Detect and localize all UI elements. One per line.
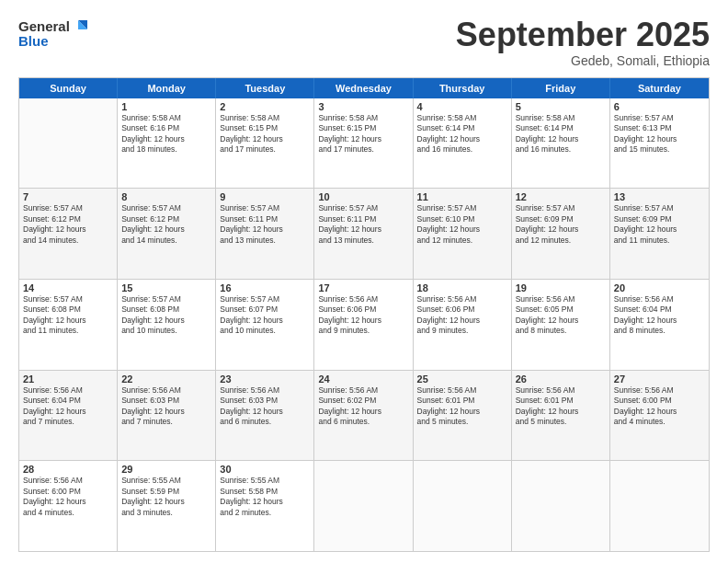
- calendar: SundayMondayTuesdayWednesdayThursdayFrid…: [18, 77, 710, 552]
- cell-day-number: 2: [220, 101, 310, 112]
- cell-day-number: 22: [121, 373, 211, 385]
- calendar-cell-w2d0: 14Sunrise: 5:57 AM Sunset: 6:08 PM Dayli…: [19, 280, 118, 370]
- cell-day-number: 16: [220, 282, 310, 293]
- calendar-cell-w2d4: 18Sunrise: 5:56 AM Sunset: 6:06 PM Dayli…: [414, 280, 512, 370]
- calendar-row-4: 28Sunrise: 5:56 AM Sunset: 6:00 PM Dayli…: [19, 460, 709, 551]
- month-title: September 2025: [456, 17, 710, 53]
- cell-day-number: 9: [220, 191, 310, 202]
- calendar-cell-w1d0: 7Sunrise: 5:57 AM Sunset: 6:12 PM Daylig…: [19, 189, 118, 279]
- cell-info: Sunrise: 5:55 AM Sunset: 5:58 PM Dayligh…: [220, 476, 310, 518]
- cell-day-number: 1: [121, 101, 211, 112]
- calendar-cell-w4d6: [610, 461, 709, 551]
- cell-info: Sunrise: 5:58 AM Sunset: 6:15 PM Dayligh…: [318, 113, 408, 155]
- calendar-cell-w3d1: 22Sunrise: 5:56 AM Sunset: 6:03 PM Dayli…: [118, 371, 216, 461]
- calendar-header: SundayMondayTuesdayWednesdayThursdayFrid…: [19, 78, 709, 98]
- calendar-cell-w2d5: 19Sunrise: 5:56 AM Sunset: 6:05 PM Dayli…: [512, 280, 610, 370]
- calendar-cell-w3d0: 21Sunrise: 5:56 AM Sunset: 6:04 PM Dayli…: [19, 371, 118, 461]
- header-day-thursday: Thursday: [414, 78, 512, 98]
- calendar-cell-w1d1: 8Sunrise: 5:57 AM Sunset: 6:12 PM Daylig…: [118, 189, 216, 279]
- calendar-cell-w3d2: 23Sunrise: 5:56 AM Sunset: 6:03 PM Dayli…: [216, 371, 314, 461]
- cell-info: Sunrise: 5:56 AM Sunset: 6:02 PM Dayligh…: [318, 385, 408, 428]
- calendar-cell-w0d2: 2Sunrise: 5:58 AM Sunset: 6:15 PM Daylig…: [216, 98, 314, 189]
- calendar-cell-w1d4: 11Sunrise: 5:57 AM Sunset: 6:10 PM Dayli…: [414, 189, 512, 279]
- cell-day-number: 25: [417, 373, 507, 385]
- calendar-cell-w4d5: [512, 461, 610, 551]
- cell-day-number: 23: [220, 373, 310, 385]
- calendar-cell-w3d6: 27Sunrise: 5:56 AM Sunset: 6:00 PM Dayli…: [610, 371, 709, 461]
- calendar-cell-w2d6: 20Sunrise: 5:56 AM Sunset: 6:04 PM Dayli…: [610, 280, 709, 370]
- cell-day-number: 3: [318, 101, 408, 112]
- calendar-cell-w0d6: 6Sunrise: 5:57 AM Sunset: 6:13 PM Daylig…: [610, 98, 709, 189]
- cell-info: Sunrise: 5:57 AM Sunset: 6:08 PM Dayligh…: [23, 294, 113, 337]
- cell-info: Sunrise: 5:56 AM Sunset: 6:03 PM Dayligh…: [121, 385, 211, 428]
- header-day-saturday: Saturday: [610, 78, 709, 98]
- header: General Blue September 2025 Gedeb, Somal…: [18, 17, 710, 68]
- cell-info: Sunrise: 5:56 AM Sunset: 6:04 PM Dayligh…: [614, 294, 705, 337]
- calendar-cell-w0d1: 1Sunrise: 5:58 AM Sunset: 6:16 PM Daylig…: [118, 98, 216, 189]
- calendar-cell-w4d0: 28Sunrise: 5:56 AM Sunset: 6:00 PM Dayli…: [19, 461, 118, 551]
- cell-info: Sunrise: 5:58 AM Sunset: 6:16 PM Dayligh…: [121, 113, 211, 155]
- cell-day-number: 10: [318, 191, 408, 202]
- cell-day-number: 29: [121, 464, 211, 475]
- calendar-cell-w0d3: 3Sunrise: 5:58 AM Sunset: 6:15 PM Daylig…: [314, 98, 413, 189]
- cell-info: Sunrise: 5:56 AM Sunset: 6:03 PM Dayligh…: [220, 385, 310, 428]
- cell-day-number: 7: [23, 191, 113, 202]
- cell-info: Sunrise: 5:58 AM Sunset: 6:14 PM Dayligh…: [417, 113, 507, 155]
- cell-day-number: 28: [23, 464, 113, 475]
- calendar-cell-w0d5: 5Sunrise: 5:58 AM Sunset: 6:14 PM Daylig…: [512, 98, 610, 189]
- cell-day-number: 30: [220, 464, 310, 475]
- calendar-cell-w2d2: 16Sunrise: 5:57 AM Sunset: 6:07 PM Dayli…: [216, 280, 314, 370]
- calendar-cell-w2d1: 15Sunrise: 5:57 AM Sunset: 6:08 PM Dayli…: [118, 280, 216, 370]
- cell-day-number: 20: [614, 282, 705, 293]
- logo-blue-text: Blue: [18, 33, 49, 50]
- cell-info: Sunrise: 5:57 AM Sunset: 6:07 PM Dayligh…: [220, 294, 310, 337]
- cell-info: Sunrise: 5:56 AM Sunset: 6:01 PM Dayligh…: [516, 385, 606, 428]
- cell-day-number: 5: [516, 101, 606, 112]
- calendar-cell-w3d3: 24Sunrise: 5:56 AM Sunset: 6:02 PM Dayli…: [314, 371, 413, 461]
- calendar-cell-w3d4: 25Sunrise: 5:56 AM Sunset: 6:01 PM Dayli…: [414, 371, 512, 461]
- calendar-cell-w1d3: 10Sunrise: 5:57 AM Sunset: 6:11 PM Dayli…: [314, 189, 413, 279]
- cell-info: Sunrise: 5:58 AM Sunset: 6:14 PM Dayligh…: [516, 113, 606, 155]
- cell-info: Sunrise: 5:57 AM Sunset: 6:09 PM Dayligh…: [516, 203, 606, 246]
- cell-info: Sunrise: 5:56 AM Sunset: 6:06 PM Dayligh…: [318, 294, 408, 337]
- header-day-wednesday: Wednesday: [314, 78, 413, 98]
- calendar-body: 1Sunrise: 5:58 AM Sunset: 6:16 PM Daylig…: [19, 98, 709, 551]
- calendar-cell-w4d4: [414, 461, 512, 551]
- cell-day-number: 4: [417, 101, 507, 112]
- cell-info: Sunrise: 5:56 AM Sunset: 6:06 PM Dayligh…: [417, 294, 507, 337]
- logo-icon: [71, 17, 91, 37]
- calendar-cell-w3d5: 26Sunrise: 5:56 AM Sunset: 6:01 PM Dayli…: [512, 371, 610, 461]
- page: General Blue September 2025 Gedeb, Somal…: [0, 0, 728, 563]
- calendar-cell-w1d6: 13Sunrise: 5:57 AM Sunset: 6:09 PM Dayli…: [610, 189, 709, 279]
- calendar-cell-w0d0: [19, 98, 118, 189]
- cell-info: Sunrise: 5:56 AM Sunset: 6:04 PM Dayligh…: [23, 385, 113, 428]
- cell-info: Sunrise: 5:56 AM Sunset: 6:01 PM Dayligh…: [417, 385, 507, 428]
- cell-info: Sunrise: 5:56 AM Sunset: 6:00 PM Dayligh…: [23, 476, 113, 518]
- cell-day-number: 17: [318, 282, 408, 293]
- calendar-cell-w4d1: 29Sunrise: 5:55 AM Sunset: 5:59 PM Dayli…: [118, 461, 216, 551]
- calendar-row-2: 14Sunrise: 5:57 AM Sunset: 6:08 PM Dayli…: [19, 279, 709, 370]
- cell-info: Sunrise: 5:57 AM Sunset: 6:11 PM Dayligh…: [220, 203, 310, 246]
- cell-info: Sunrise: 5:56 AM Sunset: 6:00 PM Dayligh…: [614, 385, 705, 428]
- logo: General Blue: [18, 17, 91, 50]
- cell-info: Sunrise: 5:57 AM Sunset: 6:08 PM Dayligh…: [121, 294, 211, 337]
- cell-day-number: 14: [23, 282, 113, 293]
- cell-info: Sunrise: 5:57 AM Sunset: 6:13 PM Dayligh…: [614, 113, 705, 155]
- cell-day-number: 11: [417, 191, 507, 202]
- calendar-cell-w4d3: [314, 461, 413, 551]
- cell-day-number: 12: [516, 191, 606, 202]
- cell-info: Sunrise: 5:58 AM Sunset: 6:15 PM Dayligh…: [220, 113, 310, 155]
- cell-info: Sunrise: 5:57 AM Sunset: 6:10 PM Dayligh…: [417, 203, 507, 246]
- location: Gedeb, Somali, Ethiopia: [456, 53, 710, 68]
- header-day-friday: Friday: [512, 78, 610, 98]
- cell-info: Sunrise: 5:57 AM Sunset: 6:12 PM Dayligh…: [23, 203, 113, 246]
- cell-info: Sunrise: 5:56 AM Sunset: 6:05 PM Dayligh…: [516, 294, 606, 337]
- cell-info: Sunrise: 5:57 AM Sunset: 6:09 PM Dayligh…: [614, 203, 705, 246]
- calendar-row-1: 7Sunrise: 5:57 AM Sunset: 6:12 PM Daylig…: [19, 188, 709, 279]
- cell-day-number: 26: [516, 373, 606, 385]
- cell-day-number: 18: [417, 282, 507, 293]
- cell-day-number: 8: [121, 191, 211, 202]
- cell-day-number: 24: [318, 373, 408, 385]
- calendar-cell-w1d5: 12Sunrise: 5:57 AM Sunset: 6:09 PM Dayli…: [512, 189, 610, 279]
- header-day-monday: Monday: [118, 78, 216, 98]
